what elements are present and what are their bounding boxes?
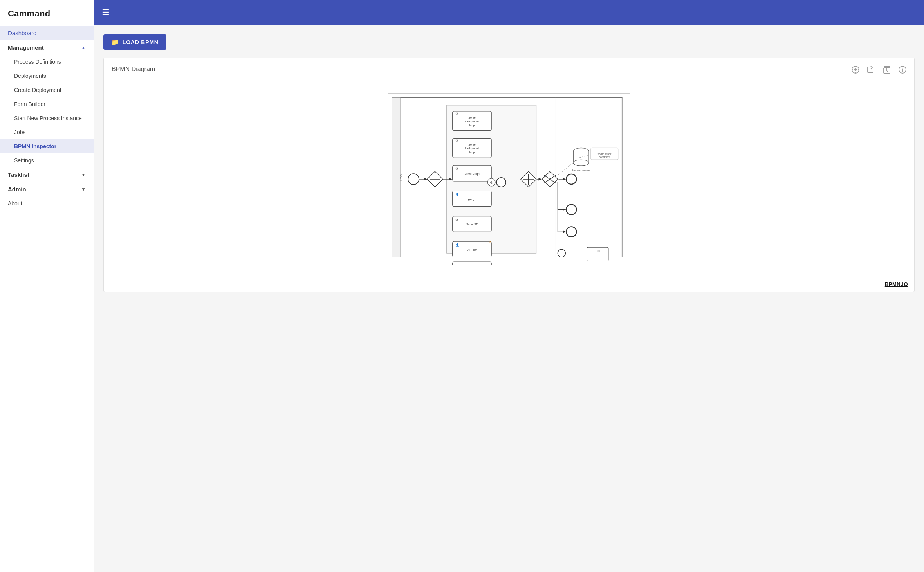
sidebar: Cammand Dashboard Management ▲ Process D…: [0, 0, 94, 572]
load-bpmn-button[interactable]: 📁 LOAD BPMN: [103, 34, 166, 50]
svg-text:⚙: ⚙: [455, 139, 458, 142]
admin-chevron-icon: ▼: [81, 187, 86, 192]
svg-text:Background: Background: [465, 147, 479, 150]
svg-text:My UT: My UT: [468, 198, 476, 201]
main-content: ☰ 📁 LOAD BPMN BPMN Diagram: [94, 0, 924, 572]
topbar: ☰: [94, 0, 924, 25]
sidebar-item-start-new-process-instance[interactable]: Start New Process Instance: [0, 111, 94, 125]
sidebar-item-deployments[interactable]: Deployments: [0, 69, 94, 83]
svg-text:⚙: ⚙: [455, 218, 458, 222]
sidebar-item-settings[interactable]: Settings: [0, 153, 94, 167]
svg-text:Pool: Pool: [399, 174, 403, 181]
svg-text:⏱: ⏱: [490, 181, 493, 185]
sidebar-item-dashboard[interactable]: Dashboard: [0, 26, 94, 40]
tasklist-chevron-icon: ▼: [81, 172, 86, 178]
sidebar-item-about[interactable]: About: [0, 196, 94, 210]
tasklist-label: Tasklist: [8, 171, 29, 178]
svg-text:⚙: ⚙: [455, 167, 458, 171]
svg-text:comment: comment: [599, 156, 610, 158]
info-icon[interactable]: i: [897, 64, 908, 75]
svg-text:👤: 👤: [455, 243, 459, 247]
bpmn-card: BPMN Diagram: [103, 58, 915, 292]
sidebar-item-bpmn-inspector[interactable]: BPMN Inspector: [0, 139, 94, 153]
svg-point-71: [558, 249, 565, 257]
svg-text:Script: Script: [469, 151, 476, 154]
sidebar-item-process-definitions[interactable]: Process Definitions: [0, 55, 94, 69]
svg-rect-48: [453, 262, 492, 265]
timer-icon[interactable]: [881, 64, 892, 75]
svg-text:⚙: ⚙: [597, 250, 600, 252]
center-icon[interactable]: [850, 64, 861, 75]
bpmn-card-title: BPMN Diagram: [112, 66, 906, 73]
svg-point-62: [573, 160, 589, 166]
sidebar-section-admin[interactable]: Admin ▼: [0, 182, 94, 196]
svg-text:Script: Script: [469, 124, 476, 127]
management-chevron-icon: ▲: [81, 45, 86, 50]
export-icon[interactable]: [866, 64, 877, 75]
svg-text:some other: some other: [597, 153, 611, 155]
svg-point-58: [566, 174, 576, 184]
admin-label: Admin: [8, 186, 26, 192]
svg-text:Some: Some: [468, 143, 475, 146]
svg-point-16: [408, 174, 419, 185]
svg-rect-8: [884, 66, 890, 68]
svg-text:Some comment: Some comment: [572, 169, 591, 172]
bpmn-diagram-area[interactable]: Pool: [112, 77, 906, 281]
folder-icon: 📁: [111, 38, 119, 46]
content-area: 📁 LOAD BPMN BPMN Diagram: [94, 25, 924, 572]
management-label: Management: [8, 44, 44, 51]
svg-text:Some ST: Some ST: [466, 223, 478, 226]
sidebar-item-jobs[interactable]: Jobs: [0, 125, 94, 139]
svg-text:⚠: ⚠: [489, 240, 492, 244]
management-items: Process Definitions Deployments Create D…: [0, 55, 94, 167]
svg-text:Background: Background: [465, 120, 479, 123]
hamburger-icon[interactable]: ☰: [102, 7, 110, 18]
app-title: Cammand: [0, 0, 94, 26]
bpmn-toolbar-icons: i: [850, 64, 908, 75]
svg-text:Some Script: Some Script: [464, 173, 479, 176]
load-bpmn-label: LOAD BPMN: [123, 39, 159, 45]
svg-text:⚙: ⚙: [455, 112, 458, 115]
sidebar-section-management[interactable]: Management ▲: [0, 40, 94, 55]
sidebar-item-form-builder[interactable]: Form Builder: [0, 97, 94, 111]
svg-point-1: [854, 68, 857, 71]
svg-text:UT Form: UT Form: [467, 248, 478, 251]
bpmnio-watermark: BPMN.iO: [885, 281, 908, 287]
svg-point-37: [496, 178, 506, 187]
svg-text:👤: 👤: [455, 192, 459, 196]
svg-point-70: [566, 227, 576, 237]
svg-point-69: [566, 205, 576, 215]
svg-text:i: i: [902, 67, 903, 73]
sidebar-section-tasklist[interactable]: Tasklist ▼: [0, 167, 94, 182]
svg-text:Some: Some: [468, 116, 475, 119]
sidebar-item-create-deployment[interactable]: Create Deployment: [0, 83, 94, 97]
